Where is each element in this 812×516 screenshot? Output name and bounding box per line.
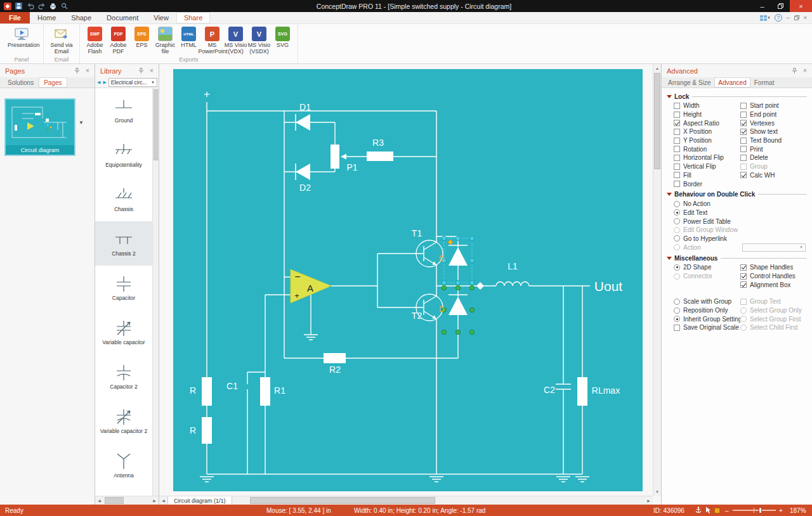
checkbox-vertical-flip[interactable]: Vertical Flip <box>674 162 740 171</box>
scroll-down-icon[interactable]: ▼ <box>653 487 661 496</box>
close-panel-icon[interactable]: × <box>801 67 809 75</box>
pages-panel-tab-pages[interactable]: Pages <box>39 77 67 87</box>
restore-button[interactable] <box>771 0 790 12</box>
checkbox-box[interactable] <box>740 281 747 288</box>
advanced-tab-advanced[interactable]: Advanced <box>714 77 750 87</box>
radio-inherit-group-settings[interactable]: Inherit Group Settings <box>674 314 740 323</box>
checkbox-delete[interactable]: Delete <box>740 153 807 162</box>
radio-circle[interactable] <box>674 299 680 305</box>
checkbox-box[interactable] <box>740 172 747 178</box>
checkbox-alignment-box[interactable]: Alignment Box <box>740 280 807 289</box>
canvas-horizontal-scrollbar[interactable] <box>232 496 645 505</box>
checkbox-box[interactable] <box>674 112 680 118</box>
checkbox-save-original-scale[interactable]: Save Original Scale <box>674 323 740 332</box>
checkbox-end-point[interactable]: End point <box>740 110 807 119</box>
checkbox-show-text[interactable]: Show text <box>740 127 807 136</box>
library-back-icon[interactable]: ◀ <box>96 80 101 85</box>
checkbox-box[interactable] <box>740 129 747 135</box>
library-item-antenna[interactable]: Antenna <box>95 443 152 487</box>
checkbox-border[interactable]: Border <box>674 179 740 188</box>
print-icon[interactable] <box>49 2 57 10</box>
export-button-ms-powerpoint[interactable]: PMS PowerPoint <box>200 26 224 55</box>
pin-icon[interactable] <box>73 67 81 75</box>
checkbox-box[interactable] <box>674 120 680 126</box>
document-restore-button[interactable] <box>794 14 799 22</box>
library-item-chassis-2[interactable]: Chassis 2 <box>95 221 152 266</box>
checkbox-print[interactable]: Print <box>740 145 807 153</box>
checkbox-calc-wh[interactable]: Calc WH <box>740 171 807 180</box>
checkbox-box[interactable] <box>740 264 747 271</box>
pin-icon[interactable] <box>790 67 798 75</box>
checkbox-horizontal-flip[interactable]: Horizontal Flip <box>674 153 740 162</box>
canvas-hscroll-thumb[interactable] <box>250 497 435 504</box>
close-button[interactable]: × <box>790 0 812 12</box>
double-click-section-header[interactable]: Behaviour on Double Click <box>667 190 807 200</box>
ribbon-tab-view[interactable]: View <box>146 12 176 23</box>
checkbox-height[interactable]: Height <box>674 110 740 119</box>
radio-circle[interactable] <box>674 307 680 314</box>
checkbox-vertexes[interactable]: Vertexes <box>740 119 807 127</box>
checkbox-box[interactable] <box>674 103 680 109</box>
close-panel-icon[interactable]: × <box>84 67 91 75</box>
checkbox-start-point[interactable]: Start point <box>740 101 807 110</box>
checkbox-box[interactable] <box>674 138 680 144</box>
close-panel-icon[interactable]: × <box>148 67 155 75</box>
zoom-slider[interactable] <box>733 510 776 511</box>
radio-go-to-hyperlink[interactable]: Go to Hyperlink <box>674 235 807 243</box>
radio-circle[interactable] <box>674 264 680 271</box>
advanced-tab-format[interactable]: Format <box>750 77 778 87</box>
export-button-ms-visio-vdx[interactable]: VMS Visio (VDX) <box>224 26 247 55</box>
checkbox-x-position[interactable]: X Position <box>674 127 740 136</box>
checkbox-width[interactable]: Width <box>674 101 740 110</box>
checkbox-y-position[interactable]: Y Position <box>674 136 740 145</box>
checkbox-box[interactable] <box>740 103 747 109</box>
vertical-scrollbar-thumb[interactable] <box>654 73 660 169</box>
send-via-email-button[interactable]: Send via Email <box>47 26 76 55</box>
library-dropdown[interactable]: Electrical circ... ▼ <box>108 78 157 87</box>
ribbon-tab-share[interactable]: Share <box>176 12 210 23</box>
checkbox-box[interactable] <box>674 146 680 152</box>
export-button-adobe-flash[interactable]: SWFAdobe Flash <box>83 26 107 55</box>
page-scroll-right-icon[interactable]: ▶ <box>645 498 653 503</box>
library-horizontal-scrollbar[interactable]: ◀ ▶ <box>95 496 159 505</box>
vertical-scrollbar[interactable]: ▲ ▼ <box>653 64 661 496</box>
library-item-ground[interactable]: Ground <box>95 88 152 132</box>
presentation-button[interactable]: Presentation <box>3 26 40 49</box>
radio-2d-shape[interactable]: 2D Shape <box>674 263 740 272</box>
checkbox-text-bound[interactable]: Text Bound <box>740 136 807 145</box>
library-item-capacitor-2[interactable]: Capacitor 2 <box>95 354 152 399</box>
page-thumbnail[interactable]: Circuit diagram <box>4 98 75 156</box>
zoom-in-button[interactable]: + <box>779 505 783 516</box>
library-scrollbar-thumb[interactable] <box>154 89 158 160</box>
ribbon-tab-home[interactable]: Home <box>30 12 63 23</box>
radio-no-action[interactable]: No Action <box>674 200 807 209</box>
advanced-tab-arrange-size[interactable]: Arrange & Size <box>664 77 714 87</box>
page-thumbnail-menu-icon[interactable]: ▼ <box>79 120 84 126</box>
control-handle[interactable] <box>448 240 453 245</box>
radio-circle[interactable] <box>674 209 680 216</box>
radio-scale-with-group[interactable]: Scale with Group <box>674 297 740 306</box>
library-hscroll-thumb[interactable] <box>105 497 124 504</box>
drawing-page[interactable]: +D1D2R3P1−A+T1T2DDL1UoutRRC1R1R2C2RLmax <box>173 69 643 491</box>
radio-circle[interactable] <box>674 201 680 207</box>
miscellaneous-section-header[interactable]: Miscellaneous <box>667 253 807 263</box>
radio-edit-text[interactable]: Edit Text <box>674 209 807 217</box>
zoom-slider-thumb[interactable] <box>759 507 762 513</box>
library-item-variable-capacitor-2[interactable]: Variable capacitor 2 <box>95 399 152 443</box>
checkbox-box[interactable] <box>740 120 747 126</box>
checkbox-box[interactable] <box>674 325 680 331</box>
export-button-eps[interactable]: EPSEPS <box>130 26 154 55</box>
export-button-ms-visio-vsdx[interactable]: VMS Visio (VSDX) <box>247 26 271 55</box>
export-button-graphic-file[interactable]: Graphic file <box>154 26 177 55</box>
library-item-equipotentiality[interactable]: Equipotentiality <box>95 132 152 177</box>
radio-circle[interactable] <box>674 218 680 224</box>
checkbox-box[interactable] <box>740 146 747 152</box>
ribbon-tab-shape[interactable]: Shape <box>63 12 99 23</box>
library-item-variable-capacitor[interactable]: Variable capacitor <box>95 310 152 354</box>
scroll-up-icon[interactable]: ▲ <box>653 64 661 72</box>
color-indicator-icon[interactable] <box>714 505 720 516</box>
help-icon[interactable]: ? <box>775 14 782 22</box>
circuit-diagram[interactable]: +D1D2R3P1−A+T1T2DDL1UoutRRC1R1R2C2RLmax <box>173 69 643 491</box>
hyperlink-anchor-icon[interactable] <box>695 505 702 516</box>
scroll-left-icon[interactable]: ◀ <box>95 498 103 503</box>
